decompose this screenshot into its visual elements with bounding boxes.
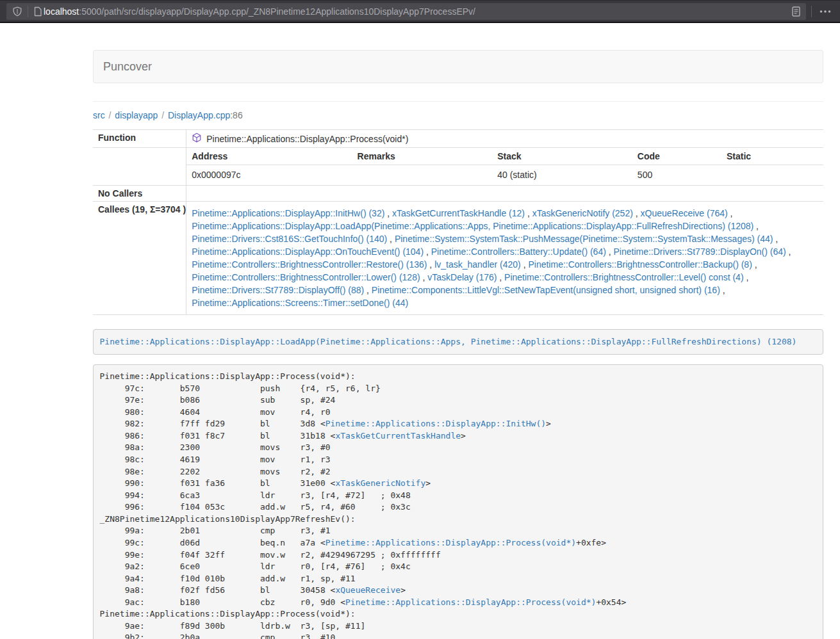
column-header-stack: Stack bbox=[492, 148, 632, 165]
callee-separator: , bbox=[427, 259, 434, 270]
breadcrumb-link[interactable]: displayapp bbox=[115, 110, 158, 120]
callee-separator: , bbox=[744, 272, 749, 282]
callee-separator: , bbox=[525, 208, 532, 218]
selected-callee-box: Pinetime::Applications::DisplayApp::Load… bbox=[93, 329, 823, 355]
callee-link[interactable]: Pinetime::Controllers::BrightnessControl… bbox=[192, 272, 420, 282]
symbol-cube-icon bbox=[192, 133, 202, 145]
callee-link[interactable]: Pinetime::Drivers::Cst816S::GetTouchInfo… bbox=[192, 234, 387, 244]
breadcrumb-link[interactable]: DisplayApp.cpp bbox=[168, 110, 230, 120]
url-path: :5000/path/src/displayapp/DisplayApp.cpp… bbox=[79, 6, 475, 17]
callee-link[interactable]: lv_task_handler (420) bbox=[434, 259, 521, 270]
callee-link[interactable]: Pinetime::Components::LittleVgl::SetNewT… bbox=[372, 285, 720, 295]
code-symbol-link[interactable]: Pinetime::Applications::DisplayApp::Proc… bbox=[345, 597, 596, 607]
breadcrumb-separator: / bbox=[158, 110, 168, 120]
page-info-icon[interactable] bbox=[33, 6, 42, 17]
callee-separator: , bbox=[633, 208, 641, 218]
column-header-code: Code bbox=[632, 148, 721, 165]
callee-link[interactable]: Pinetime::Applications::DisplayApp::OnTo… bbox=[192, 247, 424, 257]
callee-separator: , bbox=[720, 285, 725, 295]
callee-link[interactable]: Pinetime::Controllers::BrightnessControl… bbox=[192, 259, 427, 270]
callee-separator: , bbox=[754, 221, 759, 231]
code-symbol-link[interactable]: xQueueReceive bbox=[335, 585, 400, 595]
no-callers-label: No Callers bbox=[93, 186, 186, 202]
selected-callee-link[interactable]: Pinetime::Applications::DisplayApp::Load… bbox=[100, 337, 797, 346]
code-symbol-link[interactable]: Pinetime::Applications::DisplayApp::Proc… bbox=[325, 538, 576, 547]
callee-separator: , bbox=[387, 234, 395, 244]
code-symbol-link[interactable]: xTaskGetCurrentTaskHandle bbox=[335, 431, 461, 441]
browser-chrome: localhost:5000/path/src/displayapp/Displ… bbox=[0, 0, 840, 23]
callee-link[interactable]: vTaskDelay (176) bbox=[427, 272, 497, 282]
cell-stack: 40 (static) bbox=[492, 165, 632, 186]
app-navbar: Puncover bbox=[93, 50, 823, 83]
callees-row: Callees (19, Σ=3704 ) Pinetime::Applicat… bbox=[93, 202, 823, 315]
breadcrumb-link[interactable]: src bbox=[93, 110, 105, 120]
column-header-remarks: Remarks bbox=[352, 148, 493, 165]
url-text[interactable]: localhost:5000/path/src/displayapp/Displ… bbox=[44, 6, 792, 17]
callee-link[interactable]: Pinetime::Drivers::St7789::DisplayOn() (… bbox=[614, 247, 786, 257]
callees-label: Callees (19, Σ=3704 ) bbox=[93, 202, 186, 315]
callee-separator: , bbox=[364, 285, 372, 295]
callee-separator: , bbox=[752, 259, 757, 270]
callee-link[interactable]: Pinetime::Drivers::St7789::DisplayOff() … bbox=[192, 285, 364, 295]
reader-mode-icon[interactable] bbox=[792, 6, 800, 17]
toolbar-divider bbox=[811, 6, 812, 17]
no-callers-row: No Callers bbox=[93, 186, 823, 202]
breadcrumb-line-number: :86 bbox=[230, 110, 242, 120]
function-label: Function bbox=[93, 130, 186, 148]
callees-list: Pinetime::Applications::DisplayApp::Init… bbox=[186, 202, 823, 315]
stats-row: AddressRemarksStackCodeStatic 0x0000097c… bbox=[93, 148, 823, 186]
callee-separator: , bbox=[420, 272, 428, 282]
callee-separator: , bbox=[606, 247, 614, 257]
cell-address: 0x0000097c bbox=[186, 165, 352, 186]
callee-separator: , bbox=[424, 247, 431, 257]
callee-separator: , bbox=[773, 234, 778, 244]
stats-table: AddressRemarksStackCodeStatic 0x0000097c… bbox=[186, 148, 823, 185]
stats-row-spacer bbox=[93, 148, 186, 186]
code-symbol-link[interactable]: Pinetime::Applications::DisplayApp::Init… bbox=[325, 419, 546, 428]
url-host: localhost bbox=[44, 6, 79, 17]
callee-link[interactable]: Pinetime::Applications::DisplayApp::Init… bbox=[192, 208, 384, 218]
callee-link[interactable]: Pinetime::Controllers::BrightnessControl… bbox=[504, 272, 743, 282]
callee-link[interactable]: xQueueReceive (764) bbox=[641, 208, 728, 218]
breadcrumb: src / displayapp / DisplayApp.cpp:86 bbox=[93, 110, 823, 120]
stats-header-row: AddressRemarksStackCodeStatic bbox=[186, 148, 823, 165]
column-header-address: Address bbox=[186, 148, 352, 165]
callee-separator: , bbox=[728, 208, 733, 218]
brand-link[interactable]: Puncover bbox=[103, 60, 152, 74]
callee-separator: , bbox=[521, 259, 529, 270]
url-bar[interactable]: localhost:5000/path/src/displayapp/Displ… bbox=[6, 3, 806, 20]
function-name: Pinetime::Applications::DisplayApp::Proc… bbox=[206, 134, 408, 144]
cell-remarks bbox=[352, 165, 493, 186]
callee-link[interactable]: Pinetime::Controllers::Battery::Update()… bbox=[431, 247, 606, 257]
callee-separator: , bbox=[384, 208, 392, 218]
callee-link[interactable]: xTaskGetCurrentTaskHandle (12) bbox=[392, 208, 525, 218]
page-container: Puncover src / displayapp / DisplayApp.c… bbox=[93, 23, 823, 639]
callee-link[interactable]: Pinetime::Controllers::BrightnessControl… bbox=[528, 259, 752, 270]
stats-value-row: 0x0000097c40 (static)500 bbox=[186, 165, 823, 186]
callee-separator: , bbox=[497, 272, 504, 282]
shield-permissions-icon[interactable] bbox=[12, 6, 22, 17]
url-bar-divider bbox=[28, 6, 28, 17]
callee-link[interactable]: Pinetime::Applications::Screens::Timer::… bbox=[192, 298, 408, 308]
disassembly-code: Pinetime::Applications::DisplayApp::Proc… bbox=[93, 364, 823, 639]
function-info-table: Function Pinetime::Applications::Display… bbox=[93, 129, 823, 315]
section-divider bbox=[93, 101, 823, 102]
callee-link[interactable]: xTaskGenericNotify (252) bbox=[532, 208, 633, 218]
callee-separator: , bbox=[786, 247, 791, 257]
function-row: Function Pinetime::Applications::Display… bbox=[93, 130, 823, 148]
overflow-menu-icon[interactable] bbox=[817, 10, 834, 13]
callee-link[interactable]: Pinetime::Applications::DisplayApp::Load… bbox=[192, 221, 754, 231]
cell-static bbox=[721, 165, 823, 186]
breadcrumb-separator: / bbox=[105, 110, 115, 120]
callee-link[interactable]: Pinetime::System::SystemTask::PushMessag… bbox=[395, 234, 773, 244]
code-symbol-link[interactable]: xTaskGenericNotify bbox=[335, 478, 425, 488]
cell-code: 500 bbox=[632, 165, 721, 186]
column-header-static: Static bbox=[721, 148, 823, 165]
